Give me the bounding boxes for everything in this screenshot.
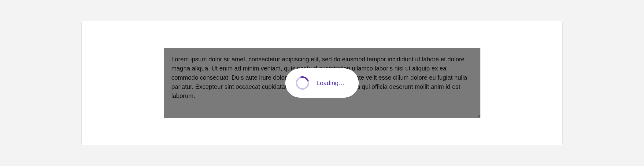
spinner-icon [294,74,311,92]
loading-label: Loading… [316,80,345,87]
textarea-container: Loading… [164,48,480,118]
demo-frame: Loading… [81,21,563,145]
loading-overlay: Loading… [164,48,480,118]
loading-indicator: Loading… [285,68,359,98]
